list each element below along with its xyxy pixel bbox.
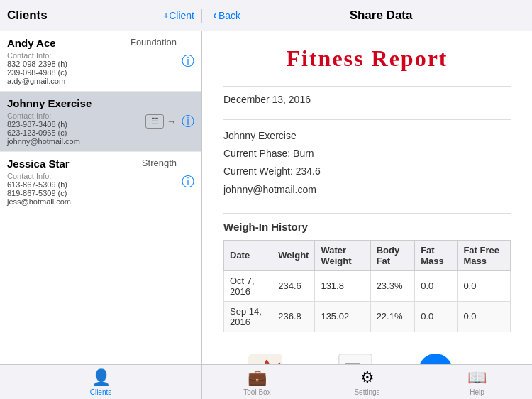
report-weight: Current Weight: 234.6 <box>223 163 511 180</box>
settings-tab-icon: ⚙ <box>360 368 375 387</box>
add-client-button[interactable]: +Client <box>163 10 194 21</box>
tab-bar: 👤 Clients 💼 Tool Box ⚙ Settings 📖 Help <box>0 364 532 399</box>
svg-rect-1 <box>339 354 372 364</box>
app-container: Clients +Client ‹ Back Share Data Andy A… <box>0 0 532 399</box>
clients-tab-icon: 👤 <box>92 368 111 387</box>
fitness-report-icon <box>248 354 282 364</box>
client-program-jessica: Strength <box>142 158 177 168</box>
fitness-chart-svg <box>248 354 282 364</box>
client-name-andy: Andy Ace <box>7 37 56 49</box>
client-phone2-andy: 239-098-4988 (c) <box>7 68 194 77</box>
info-icon-andy[interactable]: ⓘ <box>182 53 194 70</box>
back-button[interactable]: ‹ Back <box>213 8 240 23</box>
weigh-in-table: Date Weight Water Weight Body Fat Fat Ma… <box>223 240 511 332</box>
toolbox-tab-icon: 💼 <box>248 368 267 387</box>
report-info: Johnny Exercise Current Phase: Burn Curr… <box>223 127 511 199</box>
toolbox-tab-label: Tool Box <box>243 388 270 396</box>
client-phone1-andy: 832-098-2398 (h) <box>7 60 194 68</box>
clients-tab-label: Clients <box>90 388 112 396</box>
back-label: Back <box>218 10 240 21</box>
report-date: December 13, 2016 <box>223 94 511 105</box>
tab-toolbox[interactable]: 💼 Tool Box <box>202 368 312 396</box>
report-area: Fitness Report December 13, 2016 Johnny … <box>202 31 532 364</box>
back-chevron-icon: ‹ <box>213 8 217 23</box>
tab-bar-right-section: 💼 Tool Box ⚙ Settings 📖 Help <box>202 368 532 396</box>
client-email-jessica: jess@hotmail.com <box>7 197 194 206</box>
client-program-andy: Foundation <box>131 37 177 48</box>
report-title: Fitness Report <box>223 45 511 72</box>
col-header-fatmass: Fat Mass <box>415 240 458 270</box>
cell-date-1: Oct 7, 2016 <box>224 270 272 301</box>
cell-fatmass-2: 0.0 <box>415 301 458 332</box>
send-arrow-icon: ✉ <box>429 361 442 364</box>
client-item-andy-ace[interactable]: Andy Ace Foundation Contact Info: 832-09… <box>0 31 201 92</box>
help-tab-icon: 📖 <box>467 368 487 387</box>
weigh-in-title: Weigh-In History <box>223 221 511 233</box>
share-data-title: Share Data <box>240 9 521 23</box>
client-item-johnny-exercise[interactable]: Johnny Exercise ☷ → Contact Info: 823-98… <box>0 92 201 152</box>
tab-bar-clients-section: 👤 Clients <box>0 365 202 399</box>
content-area: Andy Ace Foundation Contact Info: 832-09… <box>0 31 532 364</box>
transfer-controls: ☷ → <box>145 114 177 129</box>
col-header-bodyfat: Body Fat <box>370 240 415 270</box>
col-header-water: Water Weight <box>315 240 370 270</box>
tab-settings[interactable]: ⚙ Settings <box>312 368 422 396</box>
send-action[interactable]: ✉ Send <box>419 354 453 364</box>
cell-fatfree-1: 0.0 <box>458 270 511 301</box>
arrow-right-icon: → <box>167 116 177 127</box>
main-panel: Fitness Report December 13, 2016 Johnny … <box>202 31 532 364</box>
top-bar-right: ‹ Back Share Data <box>202 8 532 23</box>
col-header-weight: Weight <box>272 240 315 270</box>
tab-clients[interactable]: 👤 Clients <box>0 368 201 396</box>
transfer-box-icon: ☷ <box>145 114 164 129</box>
col-header-date: Date <box>224 240 272 270</box>
col-header-fatfree: Fat Free Mass <box>458 240 511 270</box>
client-email-johnny: johnny@hotmail.com <box>7 137 194 146</box>
client-name-johnny: Johnny Exercise <box>7 97 92 109</box>
report-client-name: Johnny Exercise <box>223 127 511 145</box>
assign-homework-icon <box>338 354 372 364</box>
client-contact-label-jessica: Contact Info: <box>7 172 194 180</box>
send-icon: ✉ <box>419 354 453 364</box>
cell-bodyfat-1: 23.3% <box>370 270 415 301</box>
top-bar-left: Clients +Client <box>0 9 202 23</box>
report-phase: Current Phase: Burn <box>223 145 511 163</box>
cell-weight-2: 236.8 <box>272 301 315 332</box>
report-email: johnny@hotmail.com <box>223 181 511 199</box>
transfer-lines-icon: ☷ <box>151 116 159 126</box>
client-item-jessica-star[interactable]: Jessica Star Strength Contact Info: 613-… <box>0 152 201 212</box>
homework-svg <box>339 354 372 364</box>
cell-bodyfat-2: 22.1% <box>370 301 415 332</box>
assign-homework-action[interactable]: Assign Homework <box>321 354 390 364</box>
info-icon-jessica[interactable]: ⓘ <box>182 173 194 190</box>
report-divider3 <box>223 213 511 214</box>
help-tab-label: Help <box>470 388 484 396</box>
tab-help[interactable]: 📖 Help <box>422 368 532 396</box>
settings-tab-label: Settings <box>354 388 379 396</box>
client-phone2-jessica: 819-867-5309 (c) <box>7 189 194 197</box>
client-phone1-jessica: 613-867-5309 (h) <box>7 180 194 189</box>
cell-water-2: 135.02 <box>315 301 370 332</box>
sidebar: Andy Ace Foundation Contact Info: 832-09… <box>0 31 202 364</box>
client-name-jessica: Jessica Star <box>7 158 70 170</box>
table-row: Sep 14, 2016 236.8 135.02 22.1% 0.0 0.0 <box>224 301 511 332</box>
report-divider <box>223 86 511 87</box>
report-divider2 <box>223 119 511 120</box>
cell-fatfree-2: 0.0 <box>458 301 511 332</box>
clients-title: Clients <box>7 9 48 23</box>
top-bar: Clients +Client ‹ Back Share Data <box>0 0 532 31</box>
fitness-report-action[interactable]: Fitness Report <box>238 354 293 364</box>
action-bar: Fitness Report <box>223 346 511 364</box>
client-email-andy: a.dy@gmail.com <box>7 77 194 85</box>
cell-water-1: 131.8 <box>315 270 370 301</box>
table-row: Oct 7, 2016 234.6 131.8 23.3% 0.0 0.0 <box>224 270 511 301</box>
client-contact-label-andy: Contact Info: <box>7 51 194 60</box>
client-phone2-johnny: 623-123-0965 (c) <box>7 129 194 137</box>
info-icon-johnny[interactable]: ⓘ <box>182 113 194 130</box>
cell-date-2: Sep 14, 2016 <box>224 301 272 332</box>
cell-weight-1: 234.6 <box>272 270 315 301</box>
cell-fatmass-1: 0.0 <box>415 270 458 301</box>
